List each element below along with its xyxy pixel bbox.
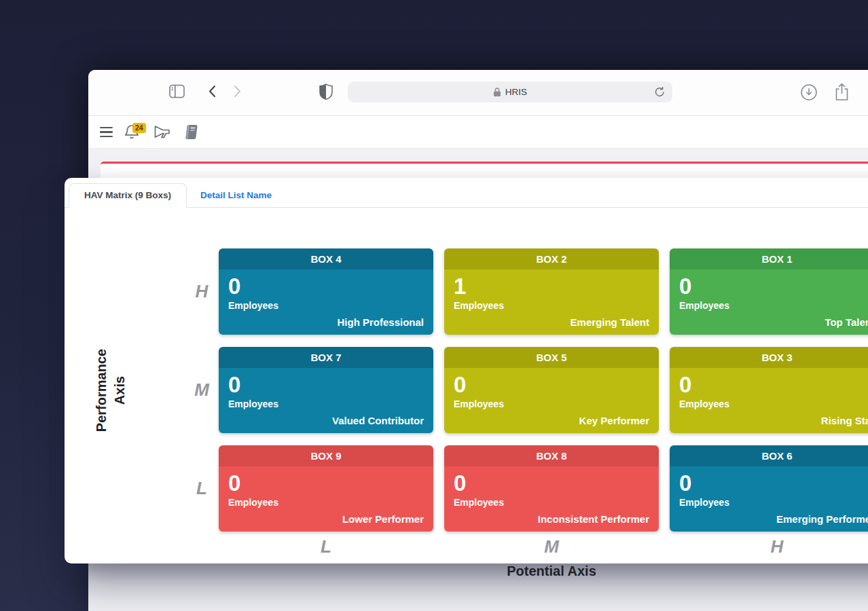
matrix-box-7[interactable]: BOX 7 0 Employees Valued Contributor	[219, 347, 433, 433]
box-title: BOX 5	[444, 347, 659, 368]
employee-count: 0	[679, 372, 868, 398]
col-label-high: H	[670, 536, 868, 557]
box-role-label: Emerging Talent	[571, 316, 649, 328]
handbook-button[interactable]	[185, 124, 199, 141]
announcements-button[interactable]	[153, 124, 171, 140]
address-bar[interactable]: HRIS	[348, 81, 672, 103]
employee-count: 0	[454, 470, 649, 496]
employees-label: Employees	[679, 300, 868, 311]
desktop-background: HRIS	[0, 0, 868, 611]
box-title: BOX 3	[670, 347, 868, 368]
row-label-low: L	[190, 445, 213, 532]
employee-count: 0	[228, 274, 424, 299]
menu-toggle-icon[interactable]	[100, 127, 113, 137]
potential-axis-label: Potential Axis	[219, 563, 868, 579]
reload-icon[interactable]	[654, 86, 666, 98]
back-button[interactable]	[208, 85, 216, 98]
notification-count-badge: 24	[132, 123, 146, 133]
box-title: BOX 9	[219, 445, 433, 466]
box-role-label: Rising Star	[821, 415, 868, 426]
app-toolbar: 24	[88, 116, 868, 149]
matrix-box-2[interactable]: BOX 2 1 Employees Emerging Talent	[444, 248, 659, 335]
box-role-label: High Professional	[337, 316, 424, 328]
performance-axis-label: Performance Axis	[92, 339, 129, 441]
box-title: BOX 8	[444, 445, 659, 466]
lock-icon	[493, 87, 501, 97]
matrix-box-9[interactable]: BOX 9 0 Employees Lower Performer	[219, 445, 433, 532]
matrix-box-8[interactable]: BOX 8 0 Employees Inconsistent Performer	[444, 445, 659, 532]
employees-label: Employees	[454, 497, 649, 508]
matrix-box-1[interactable]: BOX 1 0 Employees Top Talent	[670, 248, 868, 335]
employees-label: Employees	[228, 399, 424, 409]
box-role-label: Emerging Performer	[776, 513, 868, 525]
sidebar-toggle-icon[interactable]	[169, 84, 185, 98]
megaphone-icon	[153, 124, 171, 140]
employees-label: Employees	[679, 497, 868, 508]
row-label-medium: M	[190, 347, 213, 433]
employees-label: Employees	[679, 399, 868, 409]
privacy-shield-icon[interactable]	[319, 84, 333, 100]
box-title: BOX 4	[219, 248, 433, 270]
hav-matrix-card: HAV Matrix (9 Boxs) Detail List Name Per…	[65, 178, 868, 563]
employee-count: 0	[454, 372, 649, 398]
box-title: BOX 1	[670, 248, 868, 270]
col-label-low: L	[219, 536, 433, 557]
employees-label: Employees	[454, 300, 649, 311]
tab-detail-list[interactable]: Detail List Name	[187, 184, 285, 207]
employee-count: 0	[228, 470, 424, 496]
matrix-box-3[interactable]: BOX 3 0 Employees Rising Star	[670, 347, 868, 433]
matrix-box-6[interactable]: BOX 6 0 Employees Emerging Performer	[670, 445, 868, 532]
row-label-high: H	[190, 248, 213, 335]
box-role-label: Lower Performer	[342, 513, 424, 525]
employee-count: 0	[679, 470, 868, 496]
employee-count: 0	[679, 274, 868, 299]
col-label-medium: M	[444, 536, 659, 557]
matrix-grid: BOX 4 0 Employees High Professional BOX …	[219, 248, 868, 532]
nine-box-matrix: Performance Axis H M L BOX 4 0 Employees…	[65, 208, 868, 563]
notifications-button[interactable]: 24	[124, 124, 145, 141]
matrix-box-5[interactable]: BOX 5 0 Employees Key Performer	[444, 347, 659, 433]
matrix-box-4[interactable]: BOX 4 0 Employees High Professional	[219, 248, 433, 335]
box-title: BOX 2	[444, 248, 659, 270]
tab-bar: HAV Matrix (9 Boxs) Detail List Name	[65, 178, 868, 208]
box-role-label: Valued Contributor	[332, 415, 424, 426]
employees-label: Employees	[228, 497, 424, 508]
address-url-text: HRIS	[505, 87, 527, 97]
box-title: BOX 7	[219, 347, 433, 368]
employee-count: 1	[454, 274, 649, 299]
employees-label: Employees	[228, 300, 424, 311]
downloads-icon[interactable]	[800, 84, 818, 101]
share-icon[interactable]	[833, 82, 850, 102]
employee-count: 0	[228, 372, 424, 398]
browser-chrome: HRIS	[88, 70, 868, 116]
employees-label: Employees	[454, 399, 649, 409]
box-role-label: Inconsistent Performer	[538, 513, 649, 525]
book-icon	[185, 124, 199, 141]
tab-hav-matrix[interactable]: HAV Matrix (9 Boxs)	[69, 183, 187, 208]
forward-button[interactable]	[234, 85, 242, 98]
box-role-label: Key Performer	[579, 415, 649, 426]
box-role-label: Top Talent	[825, 316, 868, 328]
box-title: BOX 6	[670, 445, 868, 466]
